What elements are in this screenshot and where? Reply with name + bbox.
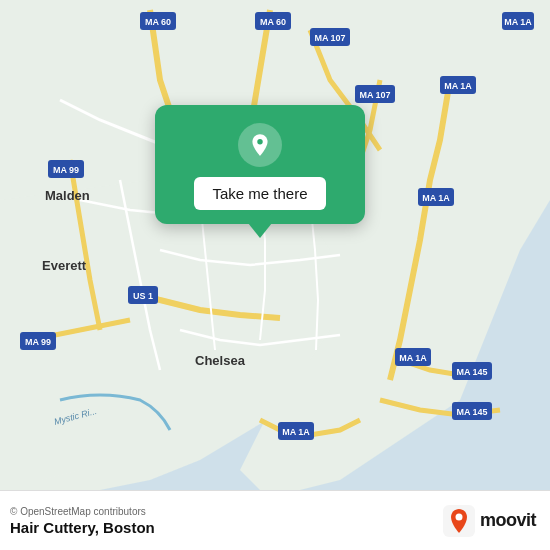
svg-text:Chelsea: Chelsea xyxy=(195,353,246,368)
svg-text:MA 107: MA 107 xyxy=(359,90,390,100)
location-icon-circle xyxy=(238,123,282,167)
svg-text:MA 1A: MA 1A xyxy=(422,193,450,203)
moovit-logo: moovit xyxy=(443,505,536,537)
svg-text:MA 60: MA 60 xyxy=(145,17,171,27)
svg-text:MA 1A: MA 1A xyxy=(504,17,532,27)
moovit-text: moovit xyxy=(480,510,536,531)
svg-text:US 1: US 1 xyxy=(133,291,153,301)
place-name: Hair Cuttery, Boston xyxy=(10,519,155,536)
bottom-left: © OpenStreetMap contributors Hair Cutter… xyxy=(10,506,155,536)
bottom-bar: © OpenStreetMap contributors Hair Cutter… xyxy=(0,490,550,550)
svg-text:MA 1A: MA 1A xyxy=(444,81,472,91)
svg-text:MA 1A: MA 1A xyxy=(282,427,310,437)
svg-text:MA 99: MA 99 xyxy=(53,165,79,175)
map-container: MA 60 MA 60 MA 107 MA 107 MA 1A MA 1A MA… xyxy=(0,0,550,490)
location-pin-icon xyxy=(247,132,273,158)
attribution-text: © OpenStreetMap contributors xyxy=(10,506,155,517)
svg-text:MA 1A: MA 1A xyxy=(399,353,427,363)
svg-text:MA 99: MA 99 xyxy=(25,337,51,347)
take-me-there-button[interactable]: Take me there xyxy=(194,177,325,210)
svg-text:MA 107: MA 107 xyxy=(314,33,345,43)
svg-point-36 xyxy=(257,139,262,144)
svg-point-38 xyxy=(455,513,462,520)
moovit-icon xyxy=(443,505,475,537)
svg-text:Everett: Everett xyxy=(42,258,87,273)
svg-text:MA 145: MA 145 xyxy=(456,407,487,417)
svg-text:Malden: Malden xyxy=(45,188,90,203)
svg-text:MA 60: MA 60 xyxy=(260,17,286,27)
svg-text:MA 145: MA 145 xyxy=(456,367,487,377)
popup-card: Take me there xyxy=(155,105,365,224)
